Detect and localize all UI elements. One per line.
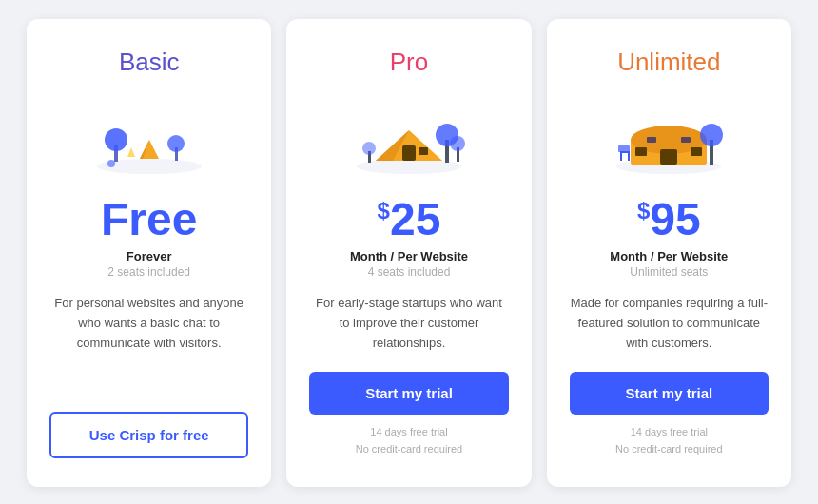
- svg-point-6: [167, 135, 185, 152]
- svg-rect-31: [620, 151, 622, 161]
- pricing-container: Basic Free Forever 2 seats included For …: [0, 0, 818, 504]
- svg-point-8: [107, 160, 115, 167]
- basic-seats: 2 seats included: [107, 265, 190, 279]
- unlimited-illustration: [607, 92, 730, 178]
- unlimited-cta-button[interactable]: Start my trial: [570, 372, 769, 415]
- pro-trial-note: 14 days free trialNo credit-card require…: [356, 424, 463, 457]
- card-basic: Basic Free Forever 2 seats included For …: [27, 19, 271, 487]
- card-pro: Pro $25 Month / Per Website 4 seats incl…: [286, 19, 531, 487]
- svg-rect-27: [681, 137, 691, 143]
- basic-cta-button[interactable]: Use Crisp for free: [49, 412, 248, 458]
- card-unlimited: Unlimited $95 Month / Per Website: [547, 19, 791, 487]
- svg-rect-33: [618, 145, 630, 152]
- svg-point-17: [450, 136, 465, 151]
- svg-rect-13: [419, 147, 428, 155]
- basic-price: Free: [101, 193, 197, 245]
- unlimited-price-label: Month / Per Website: [610, 249, 728, 263]
- unlimited-description: Made for companies requiring a full-feat…: [570, 294, 769, 353]
- pro-seats: 4 seats included: [368, 265, 451, 279]
- pro-price: $25: [378, 193, 441, 245]
- basic-price-label: Forever: [127, 249, 172, 263]
- unlimited-price: $95: [637, 193, 701, 245]
- svg-point-4: [105, 128, 127, 151]
- svg-point-29: [700, 124, 723, 146]
- basic-description: For personal websites and anyone who wan…: [49, 294, 248, 393]
- svg-rect-32: [628, 151, 630, 161]
- svg-marker-7: [127, 147, 135, 157]
- unlimited-trial-note: 14 days free trialNo credit-card require…: [615, 424, 723, 457]
- pro-title: Pro: [390, 48, 428, 77]
- pro-price-label: Month / Per Website: [350, 249, 468, 263]
- pro-description: For early-stage startups who want to imp…: [309, 294, 508, 353]
- svg-point-19: [362, 142, 376, 155]
- basic-title: Basic: [119, 48, 180, 77]
- unlimited-seats: Unlimited seats: [630, 265, 708, 279]
- svg-rect-25: [691, 147, 702, 156]
- svg-rect-23: [660, 149, 677, 165]
- pro-illustration: [347, 92, 471, 178]
- svg-rect-26: [647, 137, 656, 143]
- basic-illustration: [88, 92, 211, 178]
- svg-rect-12: [402, 145, 416, 161]
- unlimited-title: Unlimited: [617, 48, 720, 77]
- pro-cta-button[interactable]: Start my trial: [309, 372, 508, 415]
- svg-rect-24: [635, 147, 647, 156]
